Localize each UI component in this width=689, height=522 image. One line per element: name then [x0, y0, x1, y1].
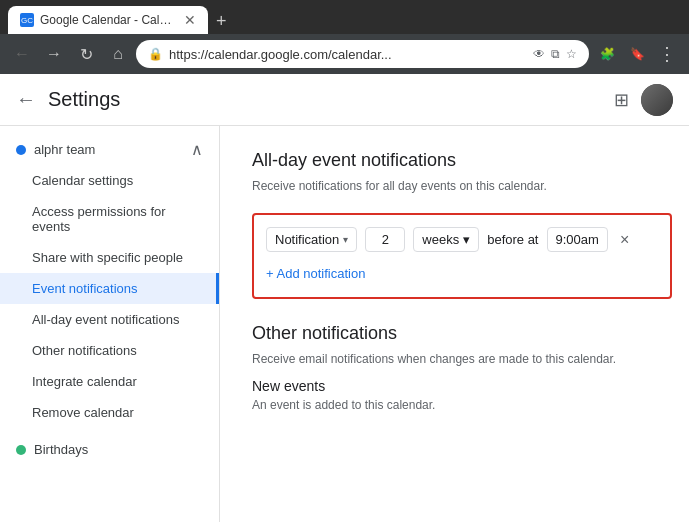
notification-type-dropdown[interactable]: Notification ▾: [266, 227, 357, 252]
sidebar-item-integrate[interactable]: Integrate calendar: [0, 366, 219, 397]
notification-number-input[interactable]: [365, 227, 405, 252]
star-icon[interactable]: ☆: [566, 47, 577, 61]
nav-bar: ← → ↻ ⌂ 🔒 https://calendar.google.com/ca…: [0, 34, 689, 74]
tab-close-button[interactable]: ✕: [184, 12, 196, 28]
sidebar-item-calendar-settings[interactable]: Calendar settings: [0, 165, 219, 196]
eye-icon: 👁: [533, 47, 545, 61]
app-header: ← Settings ⊞: [0, 74, 689, 126]
menu-button[interactable]: ⋮: [653, 40, 681, 68]
sidebar-calendar-birthdays[interactable]: Birthdays: [0, 436, 219, 463]
main-content: All-day event notifications Receive noti…: [220, 126, 689, 522]
sidebar-item-remove[interactable]: Remove calendar: [0, 397, 219, 428]
sidebar-item-other-notifications[interactable]: Other notifications: [0, 335, 219, 366]
app: ← Settings ⊞ alphr team ∧ Calendar setti…: [0, 74, 689, 522]
sidebar-item-access-permissions[interactable]: Access permissions for events: [0, 196, 219, 242]
address-bar[interactable]: 🔒 https://calendar.google.com/calendar..…: [136, 40, 589, 68]
page-title: Settings: [48, 88, 120, 111]
header-right: ⊞: [614, 84, 673, 116]
notification-time-input[interactable]: 9:00am: [547, 227, 608, 252]
tab-bar: GC Google Calendar - Calendar setti... ✕…: [0, 0, 689, 34]
sidebar-item-allday-notifications[interactable]: All-day event notifications: [0, 304, 219, 335]
new-events-desc: An event is added to this calendar.: [252, 398, 657, 412]
nav-actions: 🧩 🔖 ⋮: [593, 40, 681, 68]
content-area: alphr team ∧ Calendar settings Access pe…: [0, 126, 689, 522]
extensions-button[interactable]: 🧩: [593, 40, 621, 68]
sidebar-item-share[interactable]: Share with specific people: [0, 242, 219, 273]
back-button[interactable]: ←: [8, 40, 36, 68]
header-left: ← Settings: [16, 88, 120, 111]
alphr-calendar-label: alphr team: [34, 142, 95, 157]
active-tab[interactable]: GC Google Calendar - Calendar setti... ✕: [8, 6, 208, 34]
notification-unit-arrow: ▾: [463, 232, 470, 247]
notification-unit-dropdown[interactable]: weeks ▾: [413, 227, 479, 252]
section1-title: All-day event notifications: [252, 150, 657, 171]
sidebar: alphr team ∧ Calendar settings Access pe…: [0, 126, 220, 522]
tab-favicon: GC: [20, 13, 34, 27]
notification-row: Notification ▾ weeks ▾ before at 9:00am …: [266, 227, 658, 252]
section2-title: Other notifications: [252, 323, 657, 344]
apps-grid-icon[interactable]: ⊞: [614, 89, 629, 111]
section1-description: Receive notifications for all day events…: [252, 179, 657, 193]
alphr-dot: [16, 145, 26, 155]
notification-unit-label: weeks: [422, 232, 459, 247]
new-tab-button[interactable]: +: [208, 11, 235, 32]
tab-title: Google Calendar - Calendar setti...: [40, 13, 174, 27]
avatar[interactable]: [641, 84, 673, 116]
chevron-up-icon: ∧: [191, 140, 203, 159]
section2-description: Receive email notifications when changes…: [252, 352, 657, 366]
notification-type-label: Notification: [275, 232, 339, 247]
notification-box: Notification ▾ weeks ▾ before at 9:00am …: [252, 213, 672, 299]
avatar-image: [641, 84, 673, 116]
home-button[interactable]: ⌂: [104, 40, 132, 68]
notification-close-button[interactable]: ×: [620, 231, 629, 249]
url-text: https://calendar.google.com/calendar...: [169, 47, 527, 62]
settings-back-button[interactable]: ←: [16, 88, 36, 111]
add-notification-button[interactable]: + Add notification: [266, 262, 365, 285]
before-at-text: before at: [487, 232, 538, 247]
birthdays-label: Birthdays: [34, 442, 88, 457]
browser-chrome: GC Google Calendar - Calendar setti... ✕…: [0, 0, 689, 74]
sidebar-item-event-notifications[interactable]: Event notifications: [0, 273, 219, 304]
profile-button[interactable]: 🔖: [623, 40, 651, 68]
sidebar-calendar-alphr[interactable]: alphr team ∧: [0, 134, 219, 165]
lock-icon: 🔒: [148, 47, 163, 61]
copy-icon: ⧉: [551, 47, 560, 61]
refresh-button[interactable]: ↻: [72, 40, 100, 68]
new-events-title: New events: [252, 378, 657, 394]
notification-type-arrow: ▾: [343, 234, 348, 245]
birthdays-dot: [16, 445, 26, 455]
forward-button[interactable]: →: [40, 40, 68, 68]
